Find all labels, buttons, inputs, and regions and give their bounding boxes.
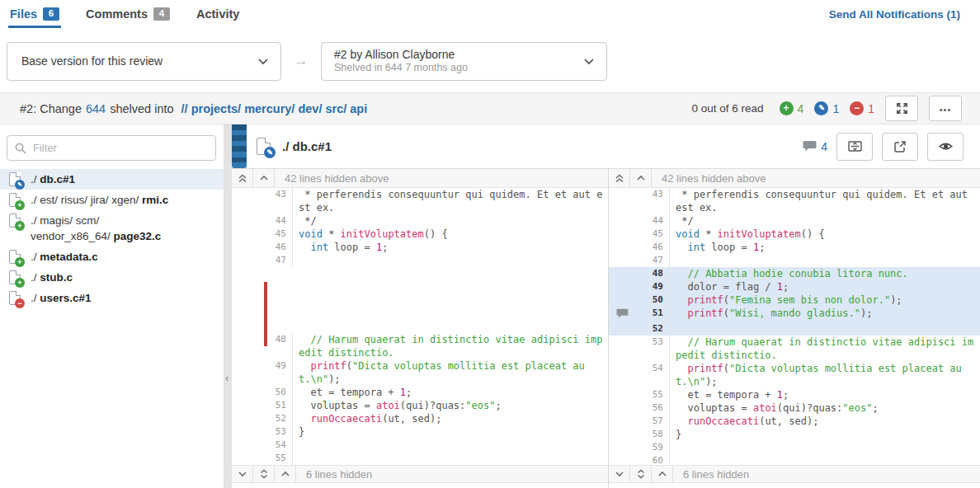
- comment-gutter[interactable]: [609, 214, 642, 228]
- file-list-item[interactable]: +./ metadata.c: [0, 246, 224, 267]
- file-list-item[interactable]: +./ stub.c: [0, 267, 224, 288]
- comment-gutter[interactable]: [609, 188, 642, 214]
- code-line[interactable]: 52: [609, 322, 980, 336]
- code-line[interactable]: 58}: [609, 428, 980, 441]
- base-version-dropdown[interactable]: Base version for this review: [7, 42, 281, 81]
- code-line[interactable]: 51 voluptas = atoi(qui)?quas:"eos";: [232, 399, 608, 412]
- version-selector-row: Base version for this review #2 by Allis…: [0, 30, 980, 92]
- comment-gutter[interactable]: [232, 439, 265, 452]
- send-all-notifications-link[interactable]: Send All Notifications (1): [829, 0, 960, 21]
- expand-above-button[interactable]: [630, 169, 652, 187]
- code-line[interactable]: 47: [609, 254, 980, 267]
- code-line[interactable]: 49 dolor = flag / 1;: [609, 280, 980, 293]
- tab-comments[interactable]: Comments 4: [84, 0, 172, 28]
- comment-gutter[interactable]: [232, 254, 265, 267]
- target-version-dropdown[interactable]: #2 by Allison Clayborne Shelved in 644 7…: [321, 42, 607, 81]
- file-list-item[interactable]: +./ magis/ scm/ vendor_x86_64/ page32.c: [0, 210, 224, 246]
- diff-file-path: ./ db.c#1: [282, 139, 332, 153]
- code-line[interactable]: 43 * perferendis consequuntur qui quidem…: [232, 188, 608, 214]
- expand-below-button[interactable]: [232, 466, 253, 482]
- code-line[interactable]: 49 printf("Dicta voluptas mollitia est p…: [232, 359, 608, 386]
- comment-gutter[interactable]: [232, 359, 265, 386]
- comment-gutter[interactable]: [609, 362, 642, 388]
- comment-gutter[interactable]: [609, 293, 642, 307]
- code-text: printf("Femina sem bis non dolor.");: [670, 293, 980, 307]
- comment-gutter[interactable]: [609, 428, 642, 441]
- code-line[interactable]: 55: [232, 452, 608, 465]
- more-options-button[interactable]: [929, 96, 962, 121]
- code-line[interactable]: 48 // Abbatia hodie conubia litora nunc.: [609, 267, 980, 280]
- expand-all-above-button[interactable]: [232, 169, 253, 187]
- chevron-up-icon: [657, 471, 667, 477]
- collapse-up-button[interactable]: [652, 466, 673, 482]
- file-list-item[interactable]: ✎./ db.c#1: [0, 169, 224, 190]
- code-line[interactable]: 59: [609, 441, 980, 454]
- change-number-link[interactable]: 644: [86, 102, 106, 115]
- open-file-button[interactable]: [882, 133, 918, 161]
- comment-gutter[interactable]: [232, 214, 265, 228]
- code-line[interactable]: 46 int loop = 1;: [609, 241, 980, 254]
- code-line[interactable]: 55 et = tempora + 1;: [609, 388, 980, 401]
- file-list-item[interactable]: +./ est/ risus/ jira/ xgen/ rmi.c: [0, 190, 224, 210]
- tab-activity[interactable]: Activity: [195, 0, 241, 28]
- comment-gutter[interactable]: [232, 228, 265, 241]
- expand-all-hidden-button[interactable]: [253, 466, 275, 482]
- comment-gutter[interactable]: [232, 333, 265, 359]
- code-line[interactable]: 54 printf("Dicta voluptas mollitia est p…: [609, 362, 980, 388]
- code-line[interactable]: 50 printf("Femina sem bis non dolor.");: [609, 293, 980, 307]
- code-line[interactable]: 48 // Harum quaerat in distinctio vitae …: [232, 333, 608, 359]
- comment-gutter[interactable]: [609, 322, 642, 336]
- filter-input[interactable]: [7, 135, 216, 161]
- review-title-prefix: #2: Change: [20, 102, 82, 115]
- comment-gutter[interactable]: [232, 399, 265, 412]
- comment-gutter[interactable]: [609, 254, 642, 267]
- comment-gutter[interactable]: [232, 188, 265, 214]
- comment-gutter[interactable]: [609, 441, 642, 454]
- code-line[interactable]: 56 voluptas = atoi(qui)?quas:"eos";: [609, 401, 980, 415]
- code-line[interactable]: 47: [232, 254, 608, 267]
- comment-gutter[interactable]: [609, 307, 642, 322]
- comment-gutter[interactable]: [609, 241, 642, 254]
- file-list-item[interactable]: −./ users.c#1: [0, 288, 224, 308]
- code-line[interactable]: 45void * initVoluptatem() {: [232, 228, 608, 241]
- comment-gutter[interactable]: [609, 267, 642, 280]
- code-line[interactable]: 44 */: [609, 214, 980, 228]
- expand-all-hidden-button[interactable]: [630, 466, 652, 482]
- comment-gutter[interactable]: [609, 388, 642, 401]
- comment-gutter[interactable]: [232, 452, 265, 465]
- code-line[interactable]: 53}: [232, 425, 608, 439]
- comment-gutter[interactable]: [609, 401, 642, 415]
- code-line[interactable]: 54: [232, 439, 608, 452]
- code-line[interactable]: 53 // Harum quaerat in distinctio vitae …: [609, 336, 980, 362]
- file-comments-count[interactable]: 4: [803, 140, 827, 153]
- comment-gutter[interactable]: [232, 412, 265, 425]
- code-line[interactable]: 44 */: [232, 214, 608, 228]
- comment-gutter[interactable]: [232, 425, 265, 439]
- comment-gutter[interactable]: [609, 280, 642, 293]
- code-line[interactable]: 51 printf("Wisi, mando gladius.");: [609, 307, 980, 322]
- expand-above-button[interactable]: [253, 169, 275, 187]
- collapse-up-button[interactable]: [275, 466, 296, 482]
- sidebar-collapse-handle[interactable]: [224, 124, 232, 488]
- comment-gutter[interactable]: [609, 454, 642, 465]
- expand-below-button[interactable]: [609, 466, 630, 482]
- comment-gutter[interactable]: [609, 228, 642, 241]
- code-line[interactable]: 46 int loop = 1;: [232, 241, 608, 254]
- toggle-inline-view-button[interactable]: [836, 133, 873, 161]
- code-line[interactable]: 45void * initVoluptatem() {: [609, 228, 980, 241]
- line-number: 58: [642, 428, 670, 441]
- depot-path-link[interactable]: // projects/ mercury/ dev/ src/ api: [181, 102, 368, 115]
- fullscreen-button[interactable]: [885, 96, 918, 121]
- code-line[interactable]: 43 * perferendis consequuntur qui quidem…: [609, 188, 980, 214]
- code-line[interactable]: 50 et = tempora + 1;: [232, 386, 608, 399]
- comment-gutter[interactable]: [232, 241, 265, 254]
- mark-read-button[interactable]: [927, 133, 964, 161]
- comment-gutter[interactable]: [609, 415, 642, 428]
- expand-all-above-button[interactable]: [609, 169, 630, 187]
- tab-files[interactable]: Files 6: [8, 0, 61, 28]
- comment-gutter[interactable]: [232, 386, 265, 399]
- code-line[interactable]: 52 runOccaecati(ut, sed);: [232, 412, 608, 425]
- code-line[interactable]: 60: [609, 454, 980, 465]
- code-line[interactable]: 57 runOccaecati(ut, sed);: [609, 415, 980, 428]
- comment-gutter[interactable]: [609, 336, 642, 362]
